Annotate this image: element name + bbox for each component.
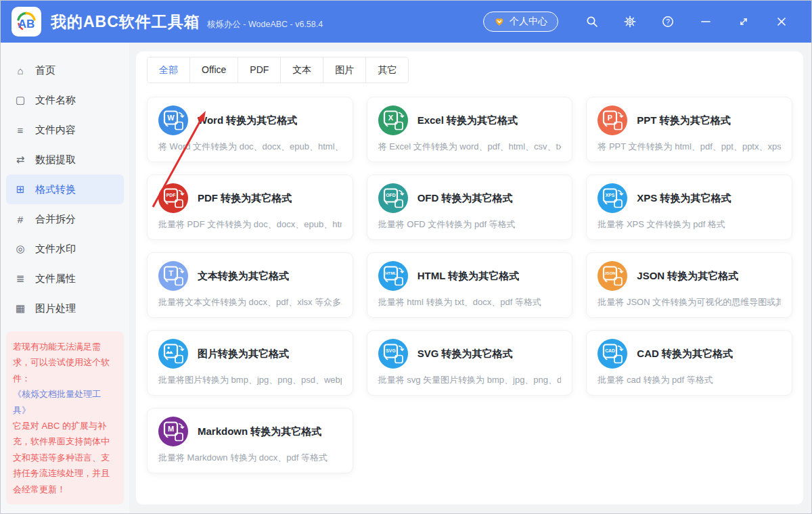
sidebar-item-file-props[interactable]: ≣文件属性 — [6, 264, 124, 294]
sidebar-item-format-convert[interactable]: ⊞格式转换 — [6, 174, 124, 204]
sidebar-item-merge-split[interactable]: #合并拆分 — [6, 204, 124, 234]
sidebar-item-file-name[interactable]: ▢文件名称 — [6, 85, 124, 115]
card-title: CAD 转换为其它格式 — [637, 348, 733, 360]
help-button[interactable]: ? — [649, 8, 687, 35]
card-title: JSON 转换为其它格式 — [637, 270, 738, 283]
card-desc: 批量将 cad 转换为 pdf 等格式 — [597, 374, 781, 386]
main-panel: 全部OfficePDF文本图片其它 WWord 转换为其它格式将 Word 文件… — [136, 51, 803, 505]
card-desc: 批量将 html 转换为 txt、docx、pdf 等格式 — [378, 296, 562, 308]
card-title: 图片转换为其它格式 — [198, 348, 289, 360]
sidebar-item-label: 图片处理 — [35, 302, 76, 315]
tab-Office[interactable]: Office — [190, 57, 238, 83]
card-desc: 批量将 JSON 文件转换为可视化的思维导图或其它格 — [597, 296, 781, 308]
tab-PDF[interactable]: PDF — [238, 57, 281, 83]
card-title: 文本转换为其它格式 — [198, 270, 289, 283]
card-json[interactable]: JSONJSON 转换为其它格式批量将 JSON 文件转换为可视化的思维导图或其… — [586, 252, 792, 318]
app-logo-icon: AB — [14, 9, 39, 34]
svg-text:W: W — [167, 114, 175, 122]
card-desc: 将 Word 文件转换为 doc、docx、epub、html、pd — [158, 141, 342, 153]
file-name-icon: ▢ — [14, 94, 26, 106]
svg-text:JSON: JSON — [605, 271, 616, 275]
resize-button[interactable] — [725, 8, 763, 35]
card-html[interactable]: HTMLHTML 转换为其它格式批量将 html 转换为 txt、docx、pd… — [367, 252, 573, 318]
card-desc: 批量将 Markdown 转换为 docx、pdf 等格式 — [158, 452, 342, 464]
card-word[interactable]: WWord 转换为其它格式将 Word 文件转换为 doc、docx、epub、… — [147, 97, 353, 162]
tab-文本[interactable]: 文本 — [281, 57, 323, 83]
settings-gear-icon — [624, 16, 636, 28]
app-logo: AB — [12, 7, 41, 37]
minimize-icon — [700, 16, 711, 27]
vip-badge-icon — [494, 16, 505, 27]
card-text[interactable]: T文本转换为其它格式批量将文本文件转换为 docx、pdf、xlsx 等众多格式 — [147, 252, 353, 318]
xps-format-icon: XPS — [597, 183, 627, 213]
json-format-icon: JSON — [597, 261, 627, 291]
card-ofd[interactable]: OFDOFD 转换为其它格式批量将 OFD 文件转换为 pdf 等格式 — [367, 174, 573, 240]
card-cad[interactable]: CADCAD 转换为其它格式批量将 cad 转换为 pdf 等格式 — [586, 330, 792, 396]
svg-text:?: ? — [666, 18, 670, 26]
card-excel[interactable]: XExcel 转换为其它格式将 Excel 文件转换为 word、pdf、htm… — [367, 97, 573, 162]
tab-其它[interactable]: 其它 — [366, 57, 408, 83]
format-convert-icon: ⊞ — [14, 183, 26, 195]
card-title: OFD 转换为其它格式 — [418, 192, 513, 205]
svg-text:PDF: PDF — [166, 193, 176, 197]
pdf-format-icon: PDF — [158, 183, 188, 213]
card-desc: 批量将 svg 矢量图片转换为 bmp、jpg、png、docx — [378, 374, 562, 386]
sidebar-item-file-content[interactable]: ≡文件内容 — [6, 115, 124, 145]
tab-bar: 全部OfficePDF文本图片其它 — [147, 57, 409, 83]
card-title: Excel 转换为其它格式 — [418, 114, 518, 127]
sidebar-item-watermark[interactable]: ◎文件水印 — [6, 234, 124, 264]
word-format-icon: W — [158, 106, 188, 135]
card-title: PDF 转换为其它格式 — [198, 192, 292, 205]
svg-text:T: T — [168, 269, 173, 277]
app-title: 我的ABC软件工具箱 — [51, 11, 200, 32]
svg-text:AB: AB — [18, 18, 35, 30]
tab-图片[interactable]: 图片 — [323, 57, 366, 83]
sidebar-item-label: 文件名称 — [35, 94, 76, 107]
ofd-format-icon: OFD — [378, 183, 408, 213]
image-format-icon — [158, 339, 188, 369]
card-pdf[interactable]: PDFPDF 转换为其它格式批量将 PDF 文件转换为 doc、docx、epu… — [147, 174, 353, 240]
card-title: XPS 转换为其它格式 — [637, 192, 731, 205]
card-desc: 批量将 OFD 文件转换为 pdf 等格式 — [378, 218, 562, 231]
card-desc: 将 Excel 文件转换为 word、pdf、html、csv、txt、s — [378, 141, 562, 153]
svg-text:X: X — [388, 114, 393, 122]
cad-format-icon: CAD — [597, 339, 627, 369]
card-svg[interactable]: SVGSVG 转换为其它格式批量将 svg 矢量图片转换为 bmp、jpg、pn… — [367, 330, 573, 396]
sidebar-item-data-extract[interactable]: ⇄数据提取 — [6, 145, 124, 174]
titlebar-actions: 个人中心 — [483, 8, 800, 35]
card-markdown[interactable]: MMarkdown 转换为其它格式批量将 Markdown 转换为 docx、p… — [147, 408, 353, 473]
html-format-icon: HTML — [378, 261, 408, 291]
card-ppt[interactable]: PPPT 转换为其它格式将 PPT 文件转换为 html、pdf、ppt、ppt… — [586, 97, 792, 162]
file-properties-icon: ≣ — [14, 273, 26, 285]
user-center-label: 个人中心 — [510, 16, 547, 28]
tab-全部[interactable]: 全部 — [148, 57, 190, 83]
svg-text:P: P — [608, 114, 612, 122]
svg-text:OFD: OFD — [386, 193, 395, 197]
minimize-button[interactable] — [687, 8, 725, 35]
markdown-format-icon: M — [158, 417, 188, 446]
sidebar-item-home[interactable]: ⌂首页 — [6, 55, 124, 85]
settings-button[interactable] — [611, 8, 649, 35]
watermark-icon: ◎ — [14, 243, 26, 255]
search-icon — [586, 16, 598, 28]
sidebar-item-label: 合并拆分 — [35, 213, 76, 226]
sidebar-item-label: 格式转换 — [35, 183, 76, 196]
notice-link[interactable]: 《核烁文档批量处理工具》 — [13, 389, 101, 415]
home-icon: ⌂ — [14, 65, 26, 76]
svg-text:M: M — [168, 425, 174, 433]
file-content-icon: ≡ — [14, 124, 26, 136]
svg-text:XPS: XPS — [606, 193, 615, 197]
card-title: Word 转换为其它格式 — [198, 114, 297, 127]
card-image[interactable]: 图片转换为其它格式批量将图片转换为 bmp、jpg、png、psd、webp、 — [147, 330, 353, 396]
close-button[interactable] — [763, 8, 800, 35]
card-desc: 批量将 XPS 文件转换为 pdf 格式 — [597, 218, 781, 231]
sidebar-item-image-process[interactable]: ▦图片处理 — [6, 294, 124, 323]
card-xps[interactable]: XPSXPS 转换为其它格式批量将 XPS 文件转换为 pdf 格式 — [586, 174, 792, 240]
sidebar-item-label: 文件内容 — [35, 124, 76, 137]
svg-text:CAD: CAD — [605, 348, 615, 353]
card-title: HTML 转换为其它格式 — [418, 270, 520, 283]
user-center-button[interactable]: 个人中心 — [483, 11, 558, 32]
card-desc: 批量将文本文件转换为 docx、pdf、xlsx 等众多格式 — [158, 296, 342, 308]
window-content: ⌂首页▢文件名称≡文件内容⇄数据提取⊞格式转换#合并拆分◎文件水印≣文件属性▦图… — [1, 43, 811, 514]
search-button[interactable] — [573, 8, 611, 35]
